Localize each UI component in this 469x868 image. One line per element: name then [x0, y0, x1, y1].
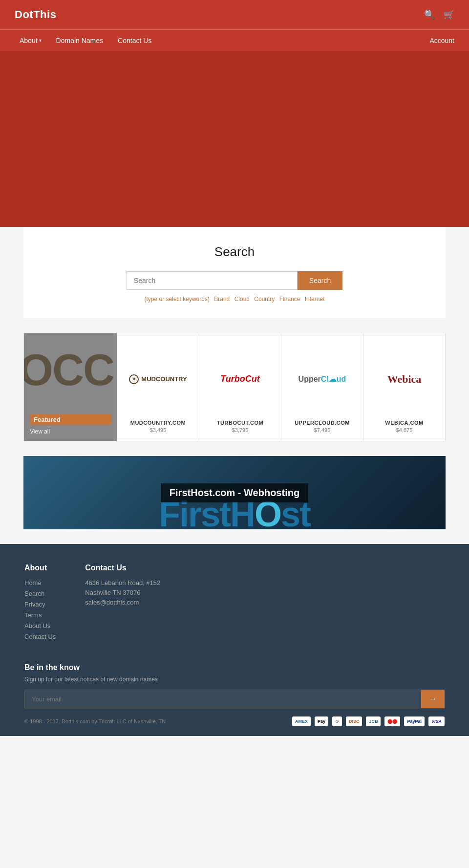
- nav-account[interactable]: Account: [429, 37, 454, 44]
- email-submit-button[interactable]: →: [421, 690, 445, 708]
- site-title[interactable]: DotThis: [15, 8, 56, 21]
- footer-copyright: © 1998 - 2017, Dotthis.com by Tricraft L…: [24, 718, 166, 724]
- footer-address2: Nashville TN 37076: [85, 589, 160, 596]
- product-name-mudcountry: MUDCOUNTRY.COM: [130, 420, 186, 426]
- payment-discover: DISC: [346, 716, 362, 726]
- footer-link-home[interactable]: Home: [24, 579, 56, 586]
- nav-bar: About ▾ Domain Names Contact Us Account: [0, 29, 469, 51]
- uppercloud-logo-text: UpperCl☁ud: [298, 374, 346, 384]
- footer-col-contact: Contact Us 4636 Lebanon Road, #152 Nashv…: [85, 564, 160, 644]
- product-price-turbocut: $3,795: [232, 427, 249, 433]
- product-price-uppercloud: $7,495: [314, 427, 331, 433]
- featured-view-all[interactable]: View all: [30, 428, 111, 435]
- search-heading: Search: [43, 244, 426, 260]
- product-name-webica: WEBICA.COM: [385, 420, 423, 426]
- product-turbocut[interactable]: TurboCut TURBOCUT.COM $3,795: [199, 333, 281, 441]
- footer-contact-heading: Contact Us: [85, 564, 160, 572]
- footer-link-search[interactable]: Search: [24, 590, 56, 597]
- search-section: Search Search (type or select keywords) …: [23, 227, 446, 318]
- payment-diners: ⊙: [332, 716, 342, 726]
- search-input[interactable]: [127, 271, 298, 290]
- search-keywords: (type or select keywords) Brand Cloud Co…: [43, 296, 426, 303]
- footer: About Home Search Privacy Terms About Us…: [0, 544, 469, 736]
- mudcountry-sun-icon: ✳: [129, 374, 139, 384]
- payment-mastercard: ⬤⬤: [384, 716, 400, 726]
- product-name-uppercloud: UPPERCLOUD.COM: [295, 420, 350, 426]
- top-bar-icons: 🔍 🛒: [424, 9, 454, 20]
- footer-col-about: About Home Search Privacy Terms About Us…: [24, 564, 56, 644]
- keyword-cloud[interactable]: Cloud: [234, 296, 250, 303]
- footer-bottom: © 1998 - 2017, Dotthis.com by Tricraft L…: [24, 708, 445, 726]
- footer-know-text: Sign up for our latest notices of new do…: [24, 676, 445, 683]
- product-price-mudcountry: $3,495: [150, 427, 167, 433]
- payment-jcb: JCB: [366, 716, 381, 726]
- hero-banner: [0, 51, 469, 227]
- nav-item-contact-us[interactable]: Contact Us: [113, 30, 156, 51]
- payment-icons: AMEX Pay ⊙ DISC JCB ⬤⬤ PayPal VISA: [292, 716, 445, 726]
- payment-paypal: PayPal: [404, 716, 425, 726]
- payment-applepay: Pay: [315, 716, 328, 726]
- footer-know: Be in the know Sign up for our latest no…: [24, 663, 445, 708]
- products-grid: OCC Featured View all ✳ MUDCOUNTRY MUDCO…: [23, 333, 446, 441]
- keyword-country[interactable]: Country: [254, 296, 275, 303]
- search-icon[interactable]: 🔍: [424, 9, 435, 20]
- featured-block: OCC Featured View all: [24, 333, 117, 441]
- footer-about-heading: About: [24, 564, 56, 572]
- banner-image[interactable]: FirstHOst FirstHost.com - Webhosting: [23, 456, 446, 529]
- email-row: →: [24, 690, 445, 708]
- top-bar: DotThis 🔍 🛒: [0, 0, 469, 29]
- footer-email: sales@dotthis.com: [85, 599, 160, 606]
- product-mudcountry[interactable]: ✳ MUDCOUNTRY MUDCOUNTRY.COM $3,495: [117, 333, 199, 441]
- product-name-turbocut: TURBOCUT.COM: [217, 420, 263, 426]
- products-section: OCC Featured View all ✳ MUDCOUNTRY MUDCO…: [0, 318, 469, 456]
- footer-know-heading: Be in the know: [24, 663, 445, 672]
- footer-link-terms[interactable]: Terms: [24, 611, 56, 619]
- keyword-internet[interactable]: Internet: [305, 296, 325, 303]
- product-logo-uppercloud: UpperCl☁ud: [286, 343, 358, 415]
- payment-amex: AMEX: [292, 716, 311, 726]
- turbocut-logo-text: TurboCut: [220, 374, 260, 384]
- nav-left: About ▾ Domain Names Contact Us: [15, 30, 156, 51]
- cart-icon[interactable]: 🛒: [444, 9, 454, 20]
- footer-link-contact-us[interactable]: Contact Us: [24, 633, 56, 640]
- product-uppercloud[interactable]: UpperCl☁ud UPPERCLOUD.COM $7,495: [281, 333, 363, 441]
- featured-bg-text: OCC: [24, 348, 114, 392]
- search-button[interactable]: Search: [298, 271, 342, 290]
- payment-visa: VISA: [428, 716, 445, 726]
- featured-badge: Featured: [30, 414, 111, 425]
- search-row: Search: [43, 271, 426, 290]
- footer-address1: 4636 Lebanon Road, #152: [85, 579, 160, 586]
- footer-link-privacy[interactable]: Privacy: [24, 601, 56, 608]
- product-webica[interactable]: Webica WEBICA.COM $4,875: [363, 333, 445, 441]
- banner-text-overlay: FirstHost.com - Webhosting: [161, 483, 308, 502]
- product-logo-mudcountry: ✳ MUDCOUNTRY: [122, 343, 194, 415]
- footer-link-about-us[interactable]: About Us: [24, 622, 56, 629]
- product-logo-webica: Webica: [368, 343, 440, 415]
- mudcountry-logo-text: MUDCOUNTRY: [141, 375, 187, 383]
- webica-logo-text: Webica: [387, 373, 422, 386]
- nav-item-domain-names[interactable]: Domain Names: [51, 30, 108, 51]
- keyword-finance[interactable]: Finance: [279, 296, 300, 303]
- keywords-prefix: (type or select keywords): [145, 296, 210, 303]
- banner-section: FirstHOst FirstHost.com - Webhosting: [0, 456, 469, 544]
- keyword-brand[interactable]: Brand: [214, 296, 230, 303]
- product-logo-turbocut: TurboCut: [204, 343, 276, 415]
- about-dropdown-icon: ▾: [39, 38, 42, 43]
- footer-columns: About Home Search Privacy Terms About Us…: [24, 564, 445, 644]
- product-price-webica: $4,875: [396, 427, 413, 433]
- nav-item-about[interactable]: About ▾: [15, 30, 46, 51]
- email-input[interactable]: [24, 690, 421, 708]
